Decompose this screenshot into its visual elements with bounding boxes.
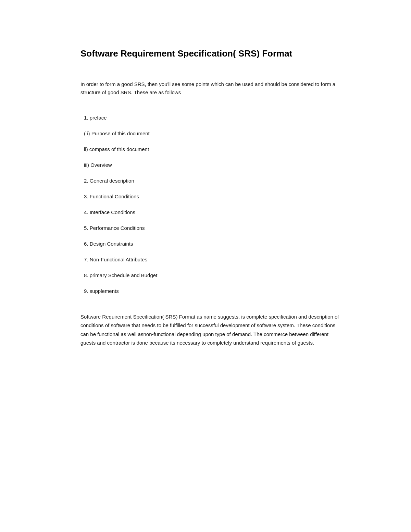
list-item: 2. General description [80, 177, 341, 185]
list-item: ii) compass of this document [80, 145, 341, 153]
list-item: 6. Design Constraints [80, 240, 341, 248]
list-item: ( i) Purpose of this document [80, 129, 341, 138]
list-item: 5. Performance Conditions [80, 224, 341, 232]
document-title: Software Requirement Specification( SRS)… [80, 48, 341, 60]
numbered-list: 1. preface( i) Purpose of this documenti… [80, 114, 341, 295]
intro-paragraph: In order to form a good SRS, then you'll… [80, 80, 341, 97]
list-item: 1. preface [80, 114, 341, 122]
description-paragraph: Software Requirement Specification( SRS)… [80, 312, 341, 347]
list-item: 9. supplements [80, 287, 341, 295]
list-item: 7. Non-Functional Attributes [80, 256, 341, 264]
list-item: 4. Interface Conditions [80, 208, 341, 216]
list-item: 3. Functional Conditions [80, 193, 341, 201]
list-item: iii) Overview [80, 161, 341, 169]
page-container: Software Requirement Specification( SRS)… [43, 0, 368, 375]
list-item: 8. primary Schedule and Budget [80, 271, 341, 280]
